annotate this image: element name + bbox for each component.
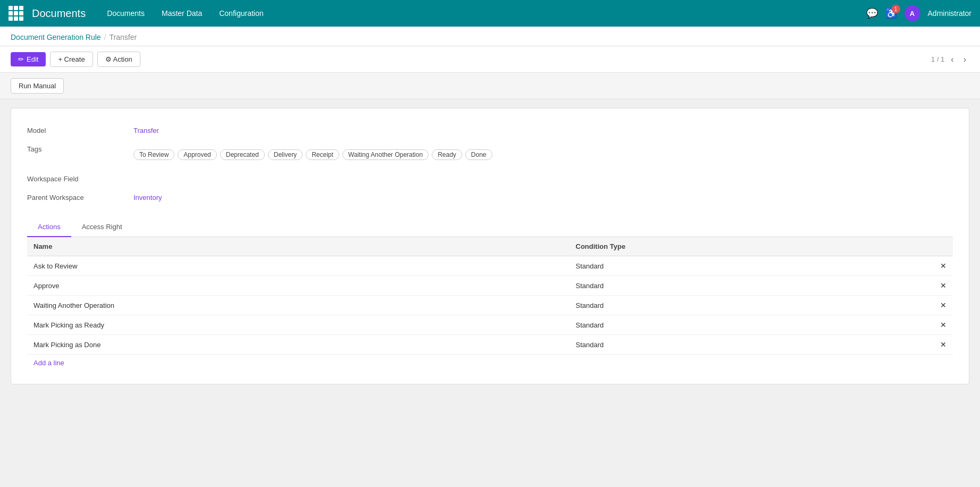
row-delete-cell: ✕ xyxy=(932,296,953,315)
tab-access-right[interactable]: Access Right xyxy=(71,217,133,237)
create-label: + Create xyxy=(58,55,85,63)
table-row: Waiting Another OperationStandard✕ xyxy=(27,296,953,315)
form-card: Model Transfer Tags To ReviewApprovedDep… xyxy=(11,108,969,384)
tabs: Actions Access Right xyxy=(27,217,953,237)
tags-container: To ReviewApprovedDeprecatedDeliveryRecei… xyxy=(133,140,953,170)
tags-list: To ReviewApprovedDeprecatedDeliveryRecei… xyxy=(133,145,953,164)
model-label: Model xyxy=(27,121,133,140)
form-grid: Model Transfer Tags To ReviewApprovedDep… xyxy=(27,121,953,207)
menu-item-master-data[interactable]: Master Data xyxy=(154,6,210,21)
table-row: Mark Picking as DoneStandard✕ xyxy=(27,335,953,355)
avatar[interactable]: A xyxy=(904,5,920,21)
row-condition-type: Standard xyxy=(569,296,932,315)
row-name: Waiting Another Operation xyxy=(27,296,569,315)
run-manual-label: Run Manual xyxy=(19,82,56,90)
row-delete-cell: ✕ xyxy=(932,256,953,276)
tag: Delivery xyxy=(268,149,303,160)
tag: Deprecated xyxy=(220,149,265,160)
row-condition-type: Standard xyxy=(569,276,932,296)
secondary-toolbar: Run Manual xyxy=(0,73,980,99)
table-row: ApproveStandard✕ xyxy=(27,276,953,296)
tab-actions[interactable]: Actions xyxy=(27,217,71,237)
table-row: Ask to ReviewStandard✕ xyxy=(27,256,953,276)
pagination-text: 1 / 1 xyxy=(931,55,944,63)
activity-icon[interactable]: ♿ 1 xyxy=(885,7,897,19)
menu-item-documents[interactable]: Documents xyxy=(99,6,152,21)
add-line-container: Add a line xyxy=(27,355,953,371)
add-line-button[interactable]: Add a line xyxy=(27,355,71,371)
username: Administrator xyxy=(928,9,971,18)
create-button[interactable]: + Create xyxy=(50,52,93,67)
chat-icon[interactable]: 💬 xyxy=(866,7,878,19)
breadcrumb-separator: / xyxy=(104,33,106,41)
actions-table-container: Name Condition Type Ask to ReviewStandar… xyxy=(27,237,953,371)
row-condition-type: Standard xyxy=(569,335,932,355)
breadcrumb-bar: Document Generation Rule / Transfer xyxy=(0,27,980,46)
top-navigation: Documents Documents Master Data Configur… xyxy=(0,0,980,27)
app-name: Documents xyxy=(32,7,86,20)
row-delete-cell: ✕ xyxy=(932,276,953,296)
delete-row-button[interactable]: ✕ xyxy=(940,262,947,270)
col-actions-header xyxy=(932,237,953,256)
delete-row-button[interactable]: ✕ xyxy=(940,301,947,309)
top-menu: Documents Master Data Configuration xyxy=(99,6,271,21)
delete-row-button[interactable]: ✕ xyxy=(940,340,947,349)
breadcrumb-current: Transfer xyxy=(110,33,137,41)
parent-workspace-value[interactable]: Inventory xyxy=(133,188,953,207)
edit-button[interactable]: ✏ Edit xyxy=(11,52,46,66)
row-delete-cell: ✕ xyxy=(932,335,953,355)
delete-row-button[interactable]: ✕ xyxy=(940,321,947,329)
action-button[interactable]: ⚙ Action xyxy=(97,52,140,67)
delete-row-button[interactable]: ✕ xyxy=(940,281,947,290)
tab-access-right-label: Access Right xyxy=(82,223,122,231)
tag: Ready xyxy=(432,149,462,160)
tabs-list: Actions Access Right xyxy=(27,217,953,237)
edit-label: Edit xyxy=(27,55,38,63)
next-button[interactable]: › xyxy=(960,54,969,65)
run-manual-button[interactable]: Run Manual xyxy=(11,78,64,94)
edit-icon: ✏ xyxy=(18,55,24,63)
app-logo[interactable] xyxy=(9,6,23,21)
col-name: Name xyxy=(27,237,569,256)
model-value[interactable]: Transfer xyxy=(133,121,953,140)
workspace-field-value xyxy=(133,170,953,188)
row-name: Mark Picking as Ready xyxy=(27,315,569,335)
tag: Done xyxy=(465,149,492,160)
workspace-field-label: Workspace Field xyxy=(27,170,133,188)
main-content: Model Transfer Tags To ReviewApprovedDep… xyxy=(0,99,980,393)
row-name: Approve xyxy=(27,276,569,296)
tab-actions-label: Actions xyxy=(38,223,61,231)
row-name: Ask to Review xyxy=(27,256,569,276)
table-body: Ask to ReviewStandard✕ApproveStandard✕Wa… xyxy=(27,256,953,355)
tag: To Review xyxy=(133,149,174,160)
tags-label: Tags xyxy=(27,140,133,170)
toolbar: ✏ Edit + Create ⚙ Action 1 / 1 ‹ › xyxy=(0,46,980,73)
parent-workspace-label: Parent Workspace xyxy=(27,188,133,207)
row-name: Mark Picking as Done xyxy=(27,335,569,355)
table-row: Mark Picking as ReadyStandard✕ xyxy=(27,315,953,335)
pagination-controls: 1 / 1 ‹ › xyxy=(931,54,969,65)
table-header: Name Condition Type xyxy=(27,237,953,256)
breadcrumb: Document Generation Rule / Transfer xyxy=(11,33,969,46)
breadcrumb-parent[interactable]: Document Generation Rule xyxy=(11,33,101,41)
tag: Receipt xyxy=(306,149,339,160)
row-delete-cell: ✕ xyxy=(932,315,953,335)
action-label: ⚙ Action xyxy=(105,55,132,63)
row-condition-type: Standard xyxy=(569,256,932,276)
col-condition-type: Condition Type xyxy=(569,237,932,256)
prev-button[interactable]: ‹ xyxy=(948,54,957,65)
notification-badge: 1 xyxy=(892,5,900,13)
actions-table: Name Condition Type Ask to ReviewStandar… xyxy=(27,237,953,355)
tag: Approved xyxy=(178,149,216,160)
tag: Waiting Another Operation xyxy=(342,149,429,160)
row-condition-type: Standard xyxy=(569,315,932,335)
menu-item-configuration[interactable]: Configuration xyxy=(212,6,271,21)
